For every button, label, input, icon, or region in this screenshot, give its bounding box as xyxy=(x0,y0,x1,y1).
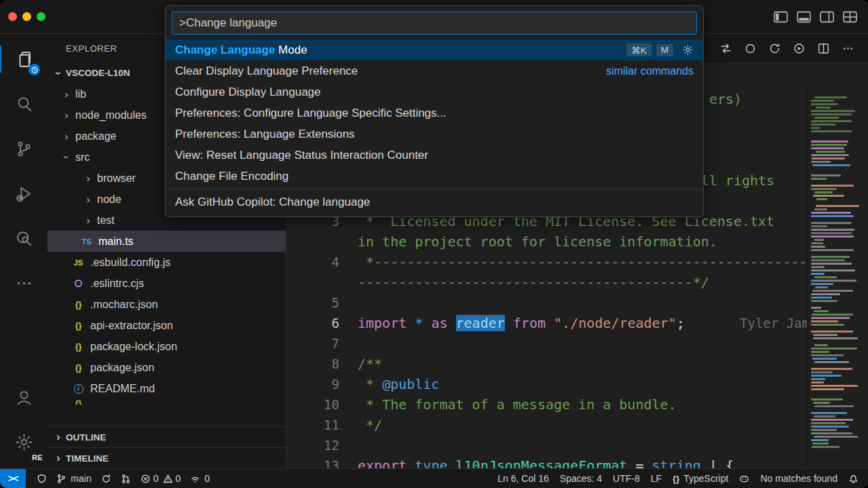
keybinding-chip: M xyxy=(656,44,673,56)
tree-file-package-json[interactable]: {}package.json xyxy=(48,357,286,378)
status-cursor-position[interactable]: Ln 6, Col 16 xyxy=(497,469,549,488)
tree-item-label: node xyxy=(97,193,121,206)
activity-bar: RE xyxy=(0,34,48,468)
command-item[interactable]: Change Language Mode⌘KM xyxy=(166,39,703,60)
window-controls xyxy=(0,12,45,21)
status-text: Ln 6, Col 16 xyxy=(497,473,549,484)
activity-manage[interactable]: RE xyxy=(0,419,48,464)
pending-badge xyxy=(29,64,40,75)
line-number: 5 xyxy=(286,293,339,313)
tree-file-api-extractor-json[interactable]: {}api-extractor.json xyxy=(48,315,286,336)
line-number: 4 xyxy=(286,252,339,272)
status-copilot[interactable] xyxy=(739,469,749,488)
command-item[interactable]: Change File Encoding xyxy=(166,166,703,187)
line-content: * @public xyxy=(339,374,807,394)
code-line: 4 *-------------------------------------… xyxy=(286,252,807,272)
eslint-file-icon xyxy=(72,280,85,287)
status-pull-requests[interactable] xyxy=(121,469,131,488)
tree-file-main-ts[interactable]: TSmain.ts xyxy=(48,231,286,252)
toggle-primary-sidebar-icon[interactable] xyxy=(774,11,788,23)
activity-additional-views[interactable] xyxy=(0,261,48,305)
status-workspace-trust[interactable] xyxy=(37,469,47,488)
status-remote-indicator[interactable]: >< xyxy=(0,469,26,488)
status-problems[interactable]: 00 xyxy=(140,469,181,488)
command-label: Ask GitHub Copilot: Change language xyxy=(175,195,370,209)
status-language-mode[interactable]: {}TypeScript xyxy=(673,469,728,488)
line-content: /** xyxy=(339,354,807,374)
activity-source-control[interactable] xyxy=(0,126,48,171)
status-eol[interactable]: LF xyxy=(651,469,662,488)
line-content xyxy=(339,293,807,313)
command-item[interactable]: Ask GitHub Copilot: Change language xyxy=(166,191,703,212)
status-notifications[interactable] xyxy=(848,469,858,488)
js-file-icon: JS xyxy=(72,259,85,267)
tree-item-label: test xyxy=(97,214,115,227)
json-file-icon: {} xyxy=(72,363,85,373)
command-item[interactable]: Configure Display Language xyxy=(166,81,703,102)
file-history-icon[interactable] xyxy=(768,42,781,55)
tree-file--esbuild-config-js[interactable]: JS.esbuild.config.js xyxy=(48,252,286,273)
tree-file-package-lock-json[interactable]: {}package-lock.json xyxy=(48,336,286,357)
command-label: View: Reset Language Status Interaction … xyxy=(175,149,428,162)
activity-gitlens-inspect[interactable] xyxy=(0,216,48,261)
command-item[interactable]: Clear Display Language Preferencesimilar… xyxy=(166,60,703,81)
line-number: 11 xyxy=(286,415,339,435)
tree-file-readme-md[interactable]: iREADME.md xyxy=(48,378,286,399)
chevron-down-icon: › xyxy=(61,152,73,163)
json-file-icon: {} xyxy=(72,399,85,405)
line-number: 7 xyxy=(286,333,339,354)
tree-item-label: src xyxy=(75,151,90,164)
vscode-window: RE EXPLORER › VSCODE-L10N ›lib›node_modu… xyxy=(0,0,868,488)
status-text: Spaces: 4 xyxy=(560,473,602,484)
zoom-button[interactable] xyxy=(37,12,45,21)
timeline-section-header[interactable]: › TIMELINE xyxy=(48,447,286,468)
tree-item-label: package-lock.json xyxy=(90,341,177,353)
run-and-debug-icon xyxy=(14,184,34,204)
command-item[interactable]: View: Reset Language Status Interaction … xyxy=(166,145,703,166)
tree-file--mocharc-json[interactable]: {}.mocharc.json xyxy=(48,294,286,315)
customize-layout-icon[interactable] xyxy=(843,11,857,23)
activity-run-and-debug[interactable] xyxy=(0,171,48,216)
keybinding-chip: ⌘K xyxy=(626,43,652,56)
open-changes-icon[interactable] xyxy=(719,42,732,55)
toggle-file-annotations-icon[interactable] xyxy=(744,42,757,55)
activity-explorer[interactable] xyxy=(0,37,48,81)
command-input[interactable] xyxy=(178,16,691,31)
status-search-status[interactable]: No matches found xyxy=(760,469,837,488)
outline-section-header[interactable]: › OUTLINE xyxy=(48,426,286,447)
layout-controls xyxy=(774,11,868,23)
more-actions-icon[interactable] xyxy=(842,42,854,55)
bell-icon xyxy=(848,474,858,484)
status-indentation[interactable]: Spaces: 4 xyxy=(560,469,602,488)
minimize-button[interactable] xyxy=(22,12,31,21)
minimap[interactable] xyxy=(807,84,868,468)
chevron-right-icon: › xyxy=(83,172,94,184)
ts-file-icon: TS xyxy=(80,238,93,246)
chevron-right-icon: › xyxy=(53,431,64,443)
outline-label: OUTLINE xyxy=(66,432,106,443)
toggle-secondary-sidebar-icon[interactable] xyxy=(820,11,834,23)
code-line: in the project root for license informat… xyxy=(286,231,807,252)
command-label: Clear Display Language Preference xyxy=(175,64,358,78)
toggle-panel-icon[interactable] xyxy=(797,11,811,23)
activity-search[interactable] xyxy=(0,81,48,126)
command-list: Change Language Mode⌘KMClear Display Lan… xyxy=(166,39,703,212)
configure-keybinding-icon[interactable] xyxy=(682,44,694,56)
command-item[interactable]: Preferences: Language Extensions xyxy=(166,124,703,145)
code-line: 6import * as reader from "./node/reader"… xyxy=(286,313,807,333)
similar-commands-link[interactable]: similar commands xyxy=(606,65,694,77)
readme-info-icon: i xyxy=(72,384,85,394)
activity-accounts[interactable] xyxy=(0,375,48,419)
run-or-debug-icon[interactable] xyxy=(793,42,806,55)
command-item[interactable]: Preferences: Configure Language Specific… xyxy=(166,102,703,124)
tree-item-label: package.json xyxy=(90,362,154,374)
split-editor-icon[interactable] xyxy=(817,42,830,55)
close-button[interactable] xyxy=(8,12,17,21)
status-ports[interactable]: 0 xyxy=(190,469,210,488)
tree-file--eslintrc-cjs[interactable]: .eslintrc.cjs xyxy=(48,273,286,294)
chevron-right-icon: › xyxy=(83,214,94,226)
status-git-branch[interactable]: main xyxy=(56,469,91,488)
line-number: 10 xyxy=(286,394,339,415)
status-git-sync[interactable] xyxy=(101,469,111,488)
status-encoding[interactable]: UTF-8 xyxy=(613,469,640,488)
